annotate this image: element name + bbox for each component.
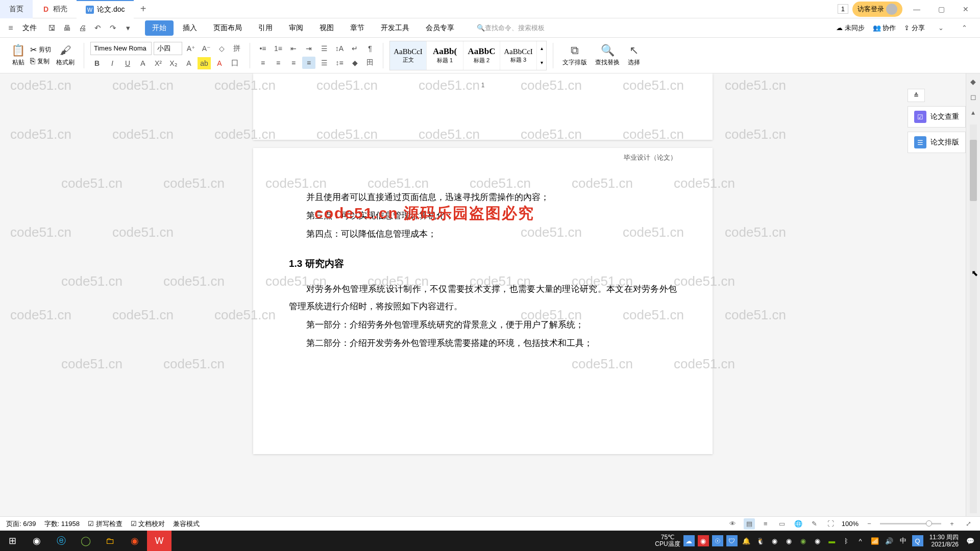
shrink-font-icon[interactable]: A⁻ [200, 42, 213, 55]
tray-q-icon[interactable]: Q [912, 535, 923, 546]
shading-button[interactable]: ◆ [348, 57, 361, 69]
cpu-temp-widget[interactable]: 75℃CPU温度 [655, 534, 680, 547]
grow-font-icon[interactable]: A⁺ [184, 42, 198, 55]
ribbon-tab-insert[interactable]: 插入 [176, 20, 204, 36]
side-toggle[interactable]: ≙ [908, 89, 925, 102]
tab-docer[interactable]: D 稻壳 [33, 0, 77, 18]
bluetooth-icon[interactable]: ᛒ [841, 535, 852, 546]
eye-mode-icon[interactable]: 👁 [727, 518, 739, 530]
wifi-icon[interactable]: 📶 [869, 535, 880, 546]
style-heading3[interactable]: AaBbCcI标题 3 [500, 41, 537, 70]
text-layout-button[interactable]: ⧉文字排版 [559, 44, 590, 67]
strike-button[interactable]: A̵ [136, 57, 150, 69]
qat-more-icon[interactable]: ▾ [121, 21, 135, 35]
tray-3-icon[interactable]: ☉ [712, 535, 723, 546]
numbering-button[interactable]: 1≡ [272, 42, 285, 55]
line-spacing-button[interactable]: ↕≡ [333, 57, 346, 69]
cut-button[interactable]: ✂ 剪切 [30, 45, 51, 55]
scrollbar-track[interactable] [970, 124, 977, 513]
align-right-button[interactable]: ≡ [287, 57, 300, 69]
zoom-out-button[interactable]: − [864, 518, 875, 530]
volume-icon[interactable]: 🔊 [884, 535, 895, 546]
superscript-button[interactable]: X² [152, 57, 165, 69]
redo-icon[interactable]: ↷ [106, 21, 119, 35]
tray-4-icon[interactable]: 🛡 [726, 535, 738, 546]
toolbox-icon[interactable]: ◆ [968, 77, 978, 87]
collapse-up-icon[interactable]: ⌃ [957, 20, 972, 36]
subscript-button[interactable]: X₂ [167, 57, 180, 69]
shapes-icon[interactable]: ◻ [968, 92, 978, 102]
asian-layout-button[interactable]: ☰ [317, 42, 331, 55]
style-heading1[interactable]: AaBb(标题 1 [427, 41, 463, 70]
indent-inc-button[interactable]: ⇥ [302, 42, 315, 55]
status-words[interactable]: 字数: 11958 [44, 519, 80, 529]
ribbon-tab-review[interactable]: 审阅 [282, 20, 310, 36]
taskbar-app-ie[interactable]: ⓔ [49, 531, 74, 551]
highlight-button[interactable]: ab [198, 57, 211, 69]
tray-2-icon[interactable]: ◉ [698, 535, 709, 546]
font-name-input[interactable]: Times New Roma [90, 42, 152, 55]
fullscreen-icon[interactable]: ⤢ [963, 518, 974, 530]
ribbon-tab-references[interactable]: 引用 [251, 20, 280, 36]
print-preview-icon[interactable]: 🖨 [76, 21, 89, 35]
style-body[interactable]: AaBbCcI正文 [390, 41, 427, 70]
taskbar-app-wps[interactable]: W [147, 531, 172, 551]
tray-9-icon[interactable]: ◉ [812, 535, 823, 546]
zoom-thumb[interactable] [926, 520, 932, 527]
page-view-icon[interactable]: ▤ [744, 518, 755, 530]
tab-document[interactable]: W 论文.doc [77, 0, 134, 18]
line-break-button[interactable]: ↵ [348, 42, 361, 55]
font-size-input[interactable]: 小四 [154, 42, 182, 55]
tray-5-icon[interactable]: 🐧 [755, 535, 766, 546]
login-button[interactable]: 访客登录 [852, 2, 902, 17]
tray-overflow-icon[interactable]: ^ [855, 535, 866, 546]
style-gallery[interactable]: AaBbCcI正文 AaBb(标题 1 AaBbC标题 2 AaBbCcI标题 … [389, 41, 547, 70]
command-search[interactable]: 🔍 查找命令、搜索模板 [477, 23, 545, 33]
scroll-up-icon[interactable]: ▴ [968, 107, 978, 117]
tray-7-icon[interactable]: ◉ [783, 535, 795, 546]
underline-button[interactable]: U [121, 57, 134, 69]
bold-button[interactable]: B [90, 57, 104, 69]
tab-home[interactable]: 首页 [0, 0, 33, 18]
save-icon[interactable]: 🖫 [45, 21, 58, 35]
fit-icon[interactable]: ⛶ [825, 518, 837, 530]
format-painter-button[interactable]: 🖌格式刷 [53, 44, 78, 67]
ribbon-tab-pagelayout[interactable]: 页面布局 [206, 20, 249, 36]
paper-check-button[interactable]: ☑ 论文查重 [908, 106, 966, 128]
minimize-button[interactable]: — [906, 2, 927, 17]
file-menu[interactable]: 文件 [18, 23, 41, 33]
zoom-in-button[interactable]: + [946, 518, 958, 530]
app-menu-icon[interactable]: ≡ [3, 20, 18, 36]
taskbar-app-unknown[interactable]: ◉ [122, 531, 147, 551]
sort-button[interactable]: ↕A [333, 42, 346, 55]
status-spellcheck[interactable]: ☑ 拼写检查 [88, 519, 122, 529]
clear-format-icon[interactable]: ◇ [215, 42, 228, 55]
close-button[interactable]: ✕ [955, 2, 976, 17]
indent-dec-button[interactable]: ⇤ [287, 42, 300, 55]
ribbon-tab-view[interactable]: 视图 [312, 20, 341, 36]
zoom-slider[interactable] [880, 523, 941, 524]
draw-icon[interactable]: ✎ [809, 518, 820, 530]
align-left-button[interactable]: ≡ [256, 57, 270, 69]
italic-button[interactable]: I [106, 57, 119, 69]
find-replace-button[interactable]: 🔍查找替换 [592, 44, 623, 67]
taskbar-app-browser[interactable]: ◯ [74, 531, 98, 551]
align-center-button[interactable]: ≡ [272, 57, 285, 69]
paste-button[interactable]: 📋粘贴 [8, 44, 28, 67]
undo-icon[interactable]: ↶ [91, 21, 104, 35]
taskbar-clock[interactable]: 11:30 周四2021/8/26 [926, 534, 962, 548]
bullets-button[interactable]: •≡ [256, 42, 270, 55]
print-direct-icon[interactable]: 🖶 [60, 21, 74, 35]
ribbon-tab-start[interactable]: 开始 [145, 20, 174, 36]
outline-view-icon[interactable]: ≡ [760, 518, 771, 530]
status-proofread[interactable]: ☑ 文档校对 [131, 519, 165, 529]
align-distribute-button[interactable]: ☰ [317, 57, 331, 69]
select-button[interactable]: ↖选择 [625, 44, 643, 67]
notification-badge[interactable]: 1 [838, 4, 848, 14]
page-current[interactable]: 毕业设计（论文） code51.cn 源码乐园盗图必究 并且使用者可以直接通过页… [253, 148, 713, 454]
ribbon-tab-chapter[interactable]: 章节 [343, 20, 372, 36]
font-color-button[interactable]: A [213, 57, 226, 69]
show-marks-button[interactable]: ¶ [363, 42, 377, 55]
scrollbar-thumb[interactable] [970, 140, 977, 201]
collapse-down-icon[interactable]: ⌄ [933, 20, 948, 36]
